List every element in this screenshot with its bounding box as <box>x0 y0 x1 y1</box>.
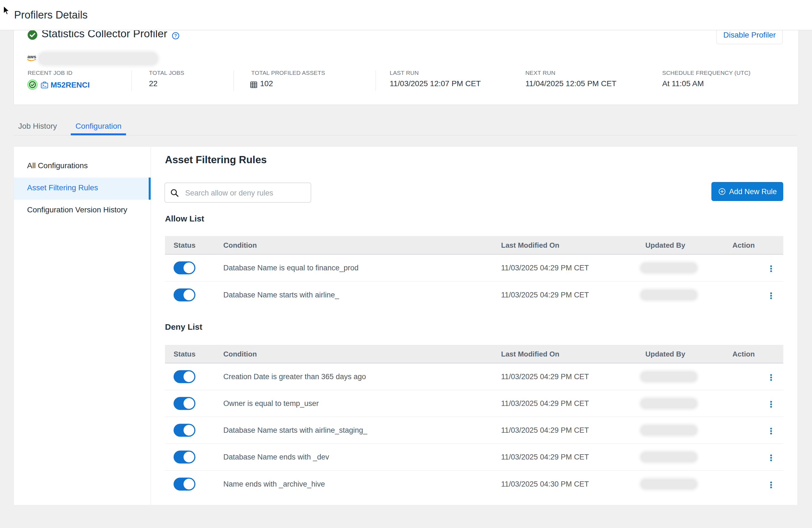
svg-text:?: ? <box>174 33 177 38</box>
svg-text:aws: aws <box>27 54 36 59</box>
